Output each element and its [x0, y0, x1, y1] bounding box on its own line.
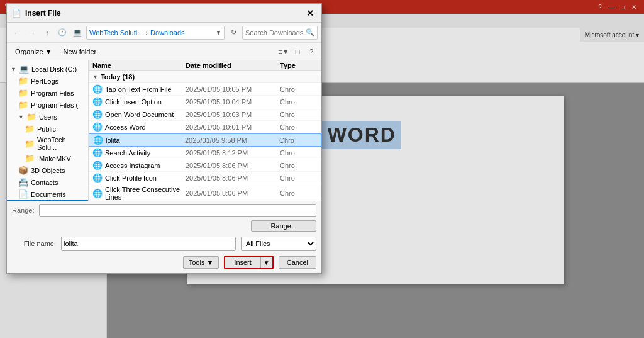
- col-date-header: Date modified: [186, 62, 280, 69]
- range-row: Range:: [7, 201, 321, 219]
- action-row: Tools ▼ Insert ▼ Cancel: [7, 253, 321, 273]
- file-item-lolita[interactable]: 🌐 lolita 2025/01/05 9:58 PM Chro: [89, 133, 321, 147]
- file-icon-5: 🌐: [93, 135, 103, 145]
- file-item-open-word[interactable]: 🌐 Open Word Document 2025/01/05 10:03 PM…: [89, 108, 321, 121]
- left-item-program-files-x86[interactable]: 📁 Program Files (: [7, 99, 88, 111]
- nav-forward-btn[interactable]: →: [26, 26, 38, 39]
- filename-input[interactable]: [61, 237, 236, 251]
- public-label: Public: [37, 125, 84, 133]
- file-date-8: 2025/01/05 8:06 PM: [186, 174, 280, 182]
- refresh-btn[interactable]: ↻: [227, 26, 240, 39]
- group-header-today[interactable]: ▼ Today (18): [89, 71, 321, 83]
- search-box[interactable]: 🔍: [242, 26, 318, 40]
- file-type-5: Chro: [279, 137, 317, 144]
- file-type-1: Chro: [280, 86, 318, 93]
- file-name-8: Click Profile Icon: [105, 174, 186, 182]
- file-name-1: Tap on Text From File: [105, 86, 186, 93]
- file-type-8: Chro: [280, 174, 318, 182]
- range-btn-row: Range...: [7, 219, 321, 234]
- range-input[interactable]: [39, 204, 316, 217]
- file-icon-7: 🌐: [92, 161, 103, 170]
- file-type-4: Chro: [280, 123, 318, 131]
- organize-label: Organize ▼: [15, 48, 52, 55]
- range-btn[interactable]: Range...: [251, 220, 316, 232]
- organize-btn[interactable]: Organize ▼: [11, 47, 57, 57]
- search-input[interactable]: [245, 29, 304, 37]
- nav-computer-icon: 💻: [71, 26, 84, 39]
- nav-back-btn[interactable]: ←: [11, 26, 23, 39]
- address-crumb-webtech[interactable]: WebTech Soluti...: [89, 29, 143, 37]
- file-name-3: Open Word Document: [105, 111, 186, 118]
- dialog-toolbar2: Organize ▼ New folder ≡▼ □ ?: [7, 43, 321, 60]
- insert-btn[interactable]: Insert: [225, 257, 261, 268]
- address-crumb-downloads[interactable]: Downloads: [150, 29, 184, 37]
- col-type-header: Type: [280, 62, 318, 69]
- file-icon-6: 🌐: [92, 148, 103, 157]
- insert-dropdown-btn[interactable]: ▼: [261, 257, 272, 268]
- left-item-local-disk[interactable]: ▼ 💻 Local Disk (C:): [7, 63, 88, 75]
- file-type-3: Chro: [280, 111, 318, 118]
- address-bar[interactable]: WebTech Soluti... › Downloads ▼: [86, 26, 225, 40]
- left-item-documents[interactable]: 📄 Documents: [7, 188, 88, 200]
- left-item-users[interactable]: ▼ 📁 Users: [7, 111, 88, 123]
- file-item-click-profile[interactable]: 🌐 Click Profile Icon 2025/01/05 8:06 PM …: [89, 172, 321, 184]
- left-item-3dobjects[interactable]: 📦 3D Objects: [7, 164, 88, 176]
- file-item-click-insert[interactable]: 🌐 Click Insert Option 2025/01/05 10:04 P…: [89, 96, 321, 108]
- left-item-perflogs[interactable]: 📁 PerfLogs: [7, 75, 88, 87]
- left-item-webtech[interactable]: 📁 WebTech Solu...: [7, 135, 88, 152]
- perflogs-icon: 📁: [18, 76, 28, 86]
- view-help-btn[interactable]: ?: [305, 45, 318, 58]
- filename-label: File name:: [12, 240, 56, 247]
- file-item-access-instagram[interactable]: 🌐 Access Instagram 2025/01/05 8:06 PM Ch…: [89, 159, 321, 172]
- file-list-header: Name Date modified Type: [89, 60, 321, 71]
- left-item-makemkv[interactable]: 📁 .MakeMKV: [7, 152, 88, 164]
- file-item-search-activity[interactable]: 🌐 Search Activity 2025/01/05 8:12 PM Chr…: [89, 147, 321, 159]
- program-files-label: Program Files: [31, 89, 84, 97]
- dialog-body: ▼ 💻 Local Disk (C:) 📁 PerfLogs 📁 Program…: [7, 60, 321, 201]
- dialog-toolbar: ← → ↑ 🕐 💻 WebTech Soluti... › Downloads …: [7, 23, 321, 43]
- dialog-overlay: 📄 Insert File ✕ ← → ↑ 🕐 💻 WebTech Soluti…: [0, 0, 644, 338]
- file-item-click-consecutive[interactable]: 🌐 Click Three Consecutive Lines 2025/01/…: [89, 184, 321, 201]
- insert-file-dialog: 📄 Insert File ✕ ← → ↑ 🕐 💻 WebTech Soluti…: [6, 3, 322, 274]
- search-icon[interactable]: 🔍: [306, 28, 314, 37]
- 3dobjects-label: 3D Objects: [31, 167, 84, 174]
- view-list-btn[interactable]: ≡▼: [277, 45, 290, 58]
- file-name-4: Access Word: [105, 123, 186, 131]
- dialog-footer: Range: Range... File name: All Files Too…: [7, 201, 321, 273]
- program-files-icon: 📁: [18, 88, 28, 98]
- file-type-7: Chro: [280, 162, 318, 169]
- cancel-btn[interactable]: Cancel: [279, 256, 316, 269]
- program-files-x86-label: Program Files (: [31, 101, 84, 109]
- filetype-select[interactable]: All Files: [241, 237, 316, 251]
- view-grid-btn[interactable]: □: [291, 45, 304, 58]
- left-item-public[interactable]: 📁 Public: [7, 123, 88, 135]
- file-item-access-word[interactable]: 🌐 Access Word 2025/01/05 10:01 PM Chro: [89, 121, 321, 133]
- makemkv-icon: 📁: [25, 154, 35, 163]
- file-date-7: 2025/01/05 8:06 PM: [186, 162, 280, 169]
- file-list-area: Name Date modified Type ▼ Today (18) 🌐 T…: [89, 60, 321, 201]
- file-name-9: Click Three Consecutive Lines: [105, 186, 186, 201]
- dialog-close-btn[interactable]: ✕: [304, 7, 316, 20]
- tools-btn[interactable]: Tools ▼: [183, 256, 219, 269]
- perflogs-label: PerfLogs: [31, 77, 84, 85]
- file-icon-2: 🌐: [92, 97, 103, 106]
- file-item-tap-on-text[interactable]: 🌐 Tap on Text From File 2025/01/05 10:05…: [89, 83, 321, 96]
- users-icon: 📁: [26, 112, 36, 121]
- makemkv-label: .MakeMKV: [37, 155, 84, 162]
- dialog-title-left: 📄 Insert File: [12, 9, 61, 18]
- new-folder-btn[interactable]: New folder: [59, 47, 101, 57]
- file-date-5: 2025/01/05 9:58 PM: [185, 137, 279, 144]
- nav-recent-btn[interactable]: 🕐: [56, 26, 69, 39]
- file-type-2: Chro: [280, 98, 318, 106]
- file-date-1: 2025/01/05 10:05 PM: [186, 86, 280, 93]
- file-icon-3: 🌐: [92, 110, 103, 119]
- address-dropdown[interactable]: ▼: [216, 30, 221, 36]
- nav-up-btn[interactable]: ↑: [41, 26, 53, 39]
- left-item-program-files[interactable]: 📁 Program Files: [7, 87, 88, 99]
- documents-icon: 📄: [18, 189, 28, 199]
- users-expand-icon: ▼: [18, 114, 24, 120]
- file-icon-4: 🌐: [92, 122, 103, 132]
- file-type-9: Chro: [280, 189, 318, 197]
- left-item-contacts[interactable]: 📇 Contacts: [7, 176, 88, 188]
- file-type-6: Chro: [280, 149, 318, 157]
